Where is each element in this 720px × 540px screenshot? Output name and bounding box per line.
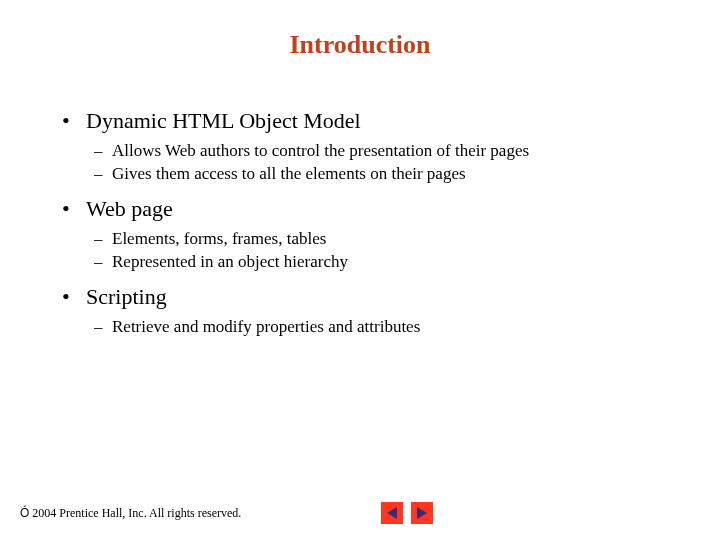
sub-bullet: Represented in an object hierarchy bbox=[94, 251, 680, 274]
sub-bullet-text: Elements, forms, frames, tables bbox=[112, 229, 326, 248]
slide-footer: Ó 2004 Prentice Hall, Inc. All rights re… bbox=[20, 502, 433, 524]
bullet-text: Web page bbox=[86, 196, 173, 221]
slide-content: Dynamic HTML Object Model Allows Web aut… bbox=[62, 108, 680, 349]
arrow-right-icon bbox=[417, 507, 427, 519]
bullet-subs: Elements, forms, frames, tables Represen… bbox=[94, 228, 680, 274]
prev-button[interactable] bbox=[381, 502, 403, 524]
sub-bullet: Elements, forms, frames, tables bbox=[94, 228, 680, 251]
bullet-text: Scripting bbox=[86, 284, 167, 309]
bullet-item: Scripting bbox=[62, 284, 680, 310]
bullet-item: Dynamic HTML Object Model bbox=[62, 108, 680, 134]
bullet-subs: Allows Web authors to control the presen… bbox=[94, 140, 680, 186]
sub-bullet-text: Represented in an object hierarchy bbox=[112, 252, 348, 271]
bullet-item: Web page bbox=[62, 196, 680, 222]
sub-bullet: Allows Web authors to control the presen… bbox=[94, 140, 680, 163]
slide: Introduction Dynamic HTML Object Model A… bbox=[0, 0, 720, 540]
sub-bullet: Retrieve and modify properties and attri… bbox=[94, 316, 680, 339]
copyright-body: 2004 Prentice Hall, Inc. All rights rese… bbox=[29, 506, 241, 520]
copyright-text: Ó 2004 Prentice Hall, Inc. All rights re… bbox=[20, 506, 241, 521]
arrow-left-icon bbox=[387, 507, 397, 519]
sub-bullet-text: Retrieve and modify properties and attri… bbox=[112, 317, 420, 336]
nav-controls bbox=[381, 502, 433, 524]
sub-bullet: Gives them access to all the elements on… bbox=[94, 163, 680, 186]
next-button[interactable] bbox=[411, 502, 433, 524]
bullet-subs: Retrieve and modify properties and attri… bbox=[94, 316, 680, 339]
slide-title: Introduction bbox=[0, 30, 720, 60]
bullet-text: Dynamic HTML Object Model bbox=[86, 108, 361, 133]
sub-bullet-text: Allows Web authors to control the presen… bbox=[112, 141, 529, 160]
copyright-symbol: Ó bbox=[20, 506, 29, 520]
sub-bullet-text: Gives them access to all the elements on… bbox=[112, 164, 466, 183]
